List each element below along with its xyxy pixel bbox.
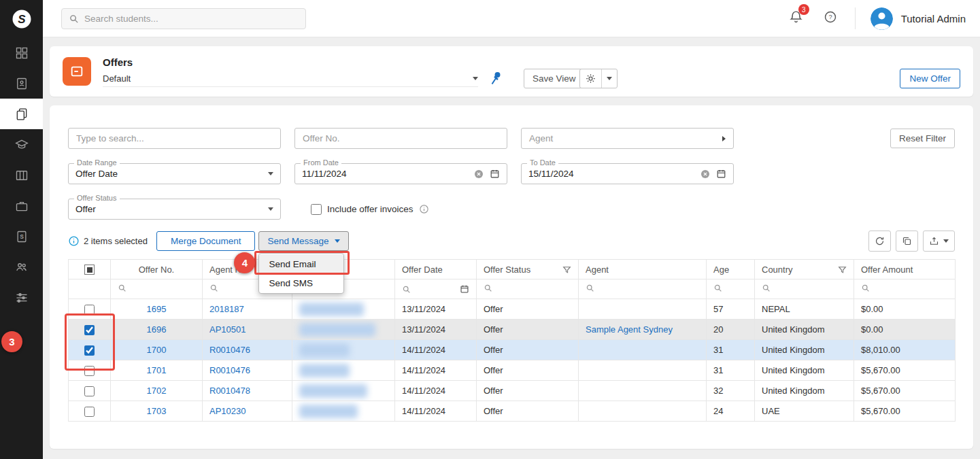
row-checkbox[interactable]	[84, 305, 95, 315]
avatar[interactable]	[871, 7, 893, 30]
sidebar-item-courses[interactable]	[0, 129, 43, 160]
sidebar-item-dashboard[interactable]	[0, 37, 43, 68]
offer-status-column-filter[interactable]	[477, 279, 579, 299]
student-search[interactable]	[61, 8, 306, 29]
agent-no-link[interactable]: AP10501	[209, 324, 246, 335]
row-checkbox[interactable]	[84, 345, 95, 356]
sidebar-item-offers[interactable]	[0, 99, 43, 129]
table-row[interactable]: 1701R001047614/11/2024Offer31United King…	[69, 360, 956, 381]
open-calendar-button[interactable]	[490, 169, 500, 179]
view-settings-button[interactable]	[579, 69, 618, 88]
sidebar-item-services[interactable]	[0, 190, 43, 221]
sidebar-item-settings[interactable]	[0, 282, 43, 313]
help-icon: ?	[824, 10, 837, 24]
sidebar-item-invoices[interactable]: S	[0, 221, 43, 252]
calendar-icon[interactable]	[460, 284, 469, 294]
table-row[interactable]: 1700R001047614/11/2024Offer31United King…	[69, 340, 956, 360]
pin-view-button[interactable]	[490, 71, 501, 88]
offer-no-input[interactable]	[294, 128, 507, 149]
briefcase-icon	[15, 199, 29, 213]
age-column-filter[interactable]	[707, 279, 755, 299]
offer-no-cell: 1696	[111, 320, 203, 340]
table-row[interactable]: 1703AP1023014/11/2024Offer24UAE$5,670.00	[69, 401, 956, 422]
info-icon	[419, 204, 429, 214]
col-offer-no[interactable]: Offer No.	[111, 260, 203, 279]
export-button[interactable]	[923, 231, 955, 252]
table-header-row: Offer No. Agent No. Name Offer Date Offe…	[69, 260, 956, 279]
help-button[interactable]: ?	[824, 10, 837, 27]
offer-amount-column-filter[interactable]	[854, 279, 956, 299]
student-name-cell	[292, 401, 395, 422]
select-all-checkbox[interactable]	[84, 265, 95, 275]
agent-filter-select[interactable]: Agent	[521, 128, 734, 149]
table-row[interactable]: 1696AP1050113/11/2024OfferSample Agent S…	[69, 320, 956, 340]
row-checkbox[interactable]	[84, 386, 95, 396]
col-offer-date[interactable]: Offer Date	[395, 260, 477, 279]
row-select-cell	[69, 340, 111, 360]
copy-button[interactable]	[896, 231, 918, 252]
offer-no-link[interactable]: 1695	[147, 304, 167, 314]
date-range-select[interactable]: Date Range Offer Date	[68, 163, 281, 184]
row-checkbox[interactable]	[84, 407, 95, 417]
agent-no-link[interactable]: R0010478	[209, 386, 250, 396]
agent-no-link[interactable]: R0010476	[209, 345, 250, 355]
filter-icon[interactable]	[838, 265, 847, 274]
sidebar-item-contacts[interactable]	[0, 68, 43, 99]
offer-no-column-filter[interactable]	[111, 279, 203, 299]
save-view-button[interactable]: Save View	[524, 69, 585, 88]
offer-status-select[interactable]: Offer Status Offer	[68, 199, 281, 220]
open-calendar-button[interactable]	[716, 169, 726, 179]
clear-date-button[interactable]	[473, 169, 484, 180]
offer-no-link[interactable]: 1702	[147, 386, 167, 396]
agent-cell	[579, 381, 707, 401]
include-invoices-checkbox[interactable]	[311, 204, 322, 215]
include-invoices-group: Include offer invoices	[311, 204, 429, 215]
include-invoices-label: Include offer invoices	[327, 204, 413, 214]
clear-date-button[interactable]	[700, 169, 711, 180]
col-country[interactable]: Country	[755, 260, 854, 279]
table-row[interactable]: 1695201818713/11/2024Offer57NEPAL$0.00	[69, 299, 956, 320]
col-agent[interactable]: Agent	[579, 260, 707, 279]
app-logo[interactable]: S	[0, 0, 43, 37]
age-cell: 20	[707, 320, 755, 340]
agent-no-link[interactable]: AP10230	[209, 406, 246, 416]
to-date-field[interactable]: To Date 15/11/2024	[521, 163, 734, 184]
offer-no-link[interactable]: 1701	[147, 365, 167, 375]
offer-no-link[interactable]: 1703	[147, 406, 167, 416]
offer-no-link[interactable]: 1700	[147, 345, 167, 355]
new-offer-button[interactable]: New Offer	[900, 69, 960, 88]
export-icon	[929, 236, 939, 246]
chevron-down-icon	[335, 239, 340, 243]
country-column-filter[interactable]	[755, 279, 854, 299]
offer-no-link[interactable]: 1696	[147, 324, 167, 335]
agent-no-link[interactable]: R0010476	[209, 365, 250, 375]
row-checkbox[interactable]	[84, 325, 95, 335]
filter-icon[interactable]	[562, 265, 571, 274]
view-selector[interactable]: Default	[103, 71, 478, 87]
reset-filter-button[interactable]: Reset Filter	[890, 129, 955, 148]
table-row[interactable]: 1702R001047814/11/2024Offer32United King…	[69, 381, 956, 401]
merge-document-button[interactable]: Merge Document	[156, 231, 256, 251]
user-icon	[871, 7, 893, 30]
offer-date-column-filter[interactable]	[395, 279, 477, 299]
col-offer-amount[interactable]: Offer Amount	[854, 260, 956, 279]
col-offer-status[interactable]: Offer Status	[477, 260, 579, 279]
menu-item-send-sms[interactable]: Send SMS	[259, 273, 343, 292]
agent-link[interactable]: Sample Agent Sydney	[586, 324, 673, 335]
notifications-button[interactable]: 3	[789, 10, 803, 27]
sidebar-item-agents[interactable]	[0, 252, 43, 282]
col-age[interactable]: Age	[707, 260, 755, 279]
menu-item-send-email[interactable]: Send Email	[259, 254, 343, 273]
main-content: Offers Default Save View New Offer	[43, 37, 980, 459]
send-message-button[interactable]: Send Message	[258, 231, 348, 251]
user-name[interactable]: Tutorial Admin	[901, 13, 966, 24]
offers-module-icon	[63, 57, 91, 86]
refresh-button[interactable]	[868, 231, 891, 252]
search-input[interactable]	[84, 14, 299, 24]
sidebar-item-reports[interactable]	[0, 160, 43, 190]
agent-column-filter[interactable]	[579, 279, 707, 299]
row-checkbox[interactable]	[84, 366, 95, 376]
global-search-input[interactable]	[68, 128, 281, 149]
from-date-field[interactable]: From Date 11/11/2024	[294, 163, 507, 184]
agent-no-link[interactable]: 2018187	[209, 304, 244, 314]
